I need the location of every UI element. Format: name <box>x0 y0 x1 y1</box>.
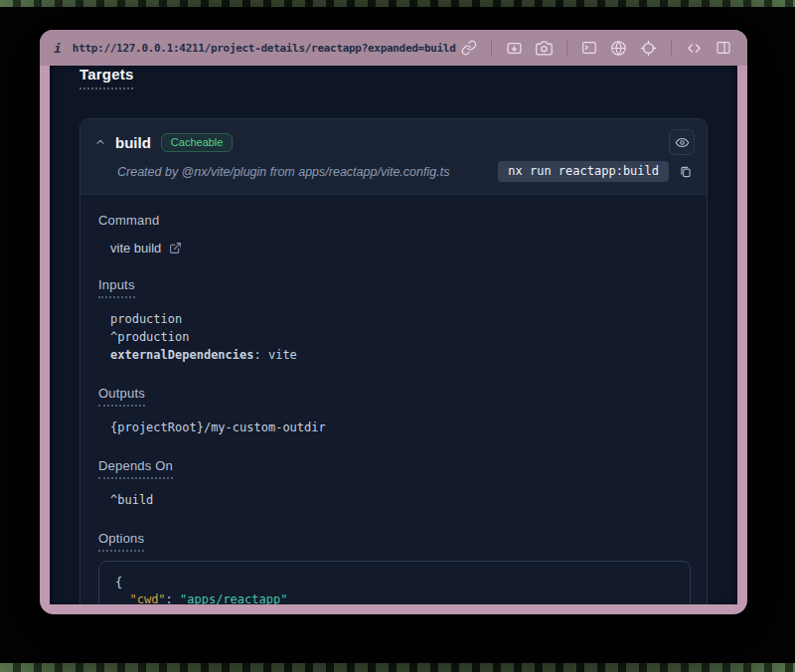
project-details-page: Targets build Cacheable <box>50 66 737 604</box>
targets-heading: Targets <box>80 66 133 89</box>
wallpaper-edge-bottom <box>0 663 795 672</box>
build-card-body: Command vite build Inputs production <box>80 195 707 604</box>
json-string-value: "apps/reactapp" <box>180 592 287 604</box>
wallpaper-edge-top <box>0 0 795 7</box>
camera-icon <box>536 40 553 57</box>
crosshair-button[interactable] <box>638 38 659 59</box>
toolbar-divider <box>566 40 567 56</box>
outputs-heading: Outputs <box>98 386 145 407</box>
cacheable-badge: Cacheable <box>161 133 234 152</box>
inputs-section: Inputs production ^production externalDe… <box>98 275 691 364</box>
copy-command-button[interactable] <box>677 163 695 181</box>
command-heading: Command <box>98 213 159 228</box>
depends-on-item: ^build <box>110 491 691 509</box>
toolbar-actions <box>459 38 733 59</box>
view-target-graph-button[interactable] <box>669 129 695 155</box>
browser-window: i http://127.0.0.1:4211/project-details/… <box>40 30 747 614</box>
inputs-heading: Inputs <box>98 277 135 298</box>
options-json-block: { "cwd": "apps/reactapp" } <box>98 561 691 604</box>
copy-icon <box>679 165 693 179</box>
link-icon <box>461 40 477 56</box>
nx-run-command-chip: nx run reactapp:build <box>498 161 669 182</box>
build-card-header: build Cacheable Created by @nx/vite/plug… <box>80 119 707 195</box>
output-item: {projectRoot}/my-custom-outdir <box>110 419 691 436</box>
depends-on-section: Depends On ^build <box>98 456 691 509</box>
external-link-icon <box>169 242 182 254</box>
terminal-icon <box>581 40 597 56</box>
command-section: Command vite build <box>98 211 691 255</box>
eye-icon <box>675 135 690 150</box>
target-card-build: build Cacheable Created by @nx/vite/plug… <box>80 118 708 604</box>
split-view-icon <box>716 40 731 56</box>
desktop: i http://127.0.0.1:4211/project-details/… <box>0 0 795 672</box>
toolbar-divider <box>491 40 492 56</box>
input-item: externalDependencies: vite <box>110 346 691 364</box>
camera-button[interactable] <box>534 38 555 59</box>
open-config-link[interactable] <box>169 242 182 254</box>
info-icon[interactable]: i <box>54 41 62 56</box>
command-value: vite build <box>110 241 161 255</box>
code-button[interactable] <box>684 38 705 59</box>
created-by-text: Created by @nx/vite/plugin from apps/rea… <box>117 165 449 179</box>
link-button[interactable] <box>459 38 479 58</box>
crosshair-icon <box>640 40 657 57</box>
collapse-build-button[interactable] <box>94 136 106 148</box>
outputs-section: Outputs {projectRoot}/my-custom-outdir <box>98 384 691 436</box>
input-key: externalDependencies <box>110 348 254 362</box>
input-item: ^production <box>110 328 691 346</box>
json-line: { <box>115 575 674 591</box>
json-line: "cwd": "apps/reactapp" <box>115 591 674 604</box>
input-value: : vite <box>254 348 297 362</box>
download-icon <box>506 40 523 57</box>
depends-on-heading: Depends On <box>98 458 173 479</box>
json-key: "cwd" <box>129 592 165 604</box>
options-section: Options { "cwd": "apps/reactapp" } <box>98 529 691 604</box>
browser-toolbar: i http://127.0.0.1:4211/project-details/… <box>40 30 747 66</box>
download-button[interactable] <box>504 38 525 59</box>
split-view-button[interactable] <box>714 38 733 58</box>
chevron-up-icon <box>94 136 106 148</box>
globe-icon <box>610 40 627 57</box>
json-separator: : <box>166 592 180 604</box>
input-item: production <box>110 310 691 328</box>
target-name: build <box>115 134 151 151</box>
address-bar[interactable]: http://127.0.0.1:4211/project-details/re… <box>73 42 456 55</box>
code-icon <box>686 40 703 57</box>
options-heading: Options <box>98 531 144 552</box>
globe-button[interactable] <box>608 38 629 59</box>
terminal-button[interactable] <box>579 38 599 58</box>
toolbar-divider <box>671 40 672 56</box>
